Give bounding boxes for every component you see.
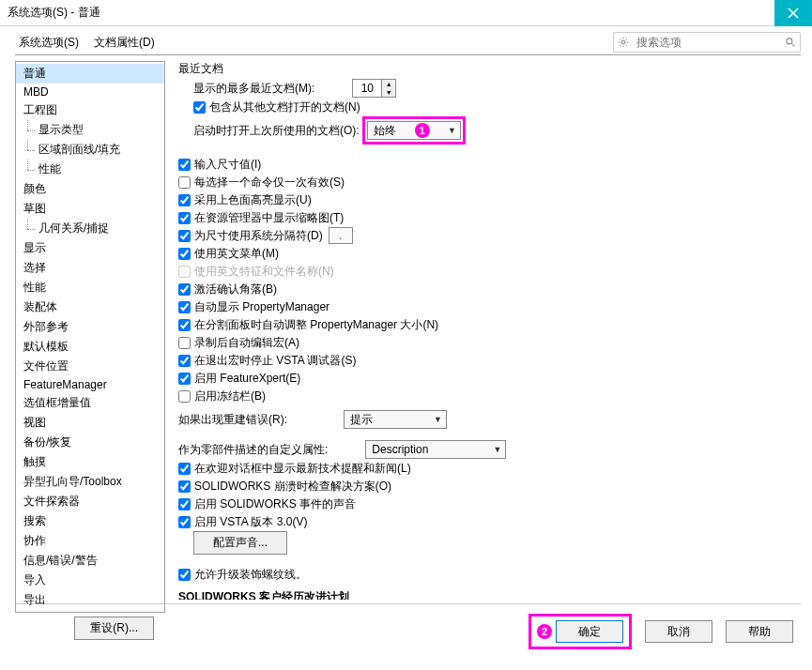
max-recent-spinner[interactable]: ▲▼ [352,79,396,98]
welcome-news-check[interactable]: 在欢迎对话框中显示最新技术提醒和新闻(L) [178,461,411,477]
sidebar-item-10[interactable]: 选择 [16,258,164,278]
vsta3-check[interactable]: 启用 VSTA 版本 3.0(V) [178,514,307,530]
rebuild-error-label: 如果出现重建错误(R): [178,412,287,428]
options-tree[interactable]: 普通MBD工程图显示类型区域剖面线/填充性能颜色草图几何关系/捕捉显示选择性能装… [15,61,165,613]
sidebar-item-0[interactable]: 普通 [16,64,164,84]
tab-bar: 系统选项(S) 文档属性(D) [15,31,159,54]
input-dim-check[interactable]: 输入尺寸值(I) [178,157,261,173]
sidebar-item-7[interactable]: 草图 [16,199,164,219]
search-icon [785,35,796,50]
freeze-bar-check[interactable]: 启用冻结栏(B) [178,388,266,404]
english-feat-check: 使用英文特征和文件名称(N) [178,264,334,280]
svg-point-0 [621,40,625,44]
open-last-combo[interactable]: 始终 1 ▼ [367,121,461,140]
window-title: 系统选项(S) - 普通 [8,5,100,21]
sidebar-item-9[interactable]: 显示 [16,238,164,258]
allow-cosmetic-check[interactable]: 允许升级装饰螺纹线。 [178,567,307,583]
sidebar-item-1[interactable]: MBD [16,84,164,100]
auto-pm-check[interactable]: 自动显示 PropertyManager [178,299,329,315]
max-recent-input[interactable] [353,80,381,97]
help-button[interactable]: 帮助 [726,620,793,643]
sidebar-item-8[interactable]: 几何关系/捕捉 [16,219,164,238]
highlight-2: 2 确定 [529,614,632,649]
tab-system-options[interactable]: 系统选项(S) [15,31,83,54]
sidebar-item-25[interactable]: 信息/错误/警告 [16,551,164,571]
options-panel: 最近文档 显示的最多最近文档(M): ▲▼ 包含从其他文档打开的文档(N) 启动… [175,61,801,600]
sidebar-item-19[interactable]: 备份/恢复 [16,433,164,452]
auto-pm-size-check[interactable]: 在分割面板时自动调整 PropertyManager 大小(N) [178,317,438,333]
custom-prop-combo[interactable]: Description ▼ [365,440,506,459]
marker-1: 1 [415,123,430,138]
sidebar-item-15[interactable]: 文件位置 [16,357,164,376]
include-other-docs-check[interactable]: 包含从其他文档打开的文档(N) [193,99,360,115]
system-sep-check[interactable]: 为尺寸使用系统分隔符(D) [178,228,323,244]
open-last-label: 启动时打开上次所使用的文档(O): [193,123,360,139]
close-icon [788,8,799,19]
sidebar-item-2[interactable]: 工程图 [16,100,164,120]
sidebar-item-16[interactable]: FeatureManager [16,376,164,393]
marker-2: 2 [537,624,552,639]
shaded-highlight-check[interactable]: 采用上色面高亮显示(U) [178,192,312,208]
reset-button[interactable]: 重设(R)... [74,617,154,640]
sidebar-item-18[interactable]: 视图 [16,413,164,433]
sidebar-item-20[interactable]: 触摸 [16,452,164,472]
svg-point-1 [787,38,792,44]
gear-icon [618,35,629,50]
spinner-up[interactable]: ▲ [382,80,395,88]
highlight-1: 始终 1 ▼ [362,116,466,145]
ok-button[interactable]: 确定 [556,620,623,643]
single-cmd-check[interactable]: 每选择一个命令仅一次有效(S) [178,175,345,190]
sw-crash-check[interactable]: SOLIDWORKS 崩溃时检查解决方案(O) [178,479,391,495]
rebuild-error-combo[interactable]: 提示 ▼ [344,410,447,429]
max-recent-label: 显示的最多最近文档(M): [193,81,314,97]
sidebar-item-23[interactable]: 搜索 [16,511,164,531]
sidebar-item-26[interactable]: 导入 [16,571,164,590]
sw-sounds-check[interactable]: 启用 SOLIDWORKS 事件的声音 [178,496,356,512]
sidebar-item-11[interactable]: 性能 [16,278,164,297]
cep-title: SOLIDWORKS 客户经历改进计划 [178,588,797,600]
sidebar-item-24[interactable]: 协作 [16,531,164,551]
auto-edit-macro-check[interactable]: 录制后自动编辑宏(A) [178,335,299,351]
sidebar-item-21[interactable]: 异型孔向导/Toolbox [16,472,164,492]
explorer-thumbs-check[interactable]: 在资源管理器中显示缩略图(T) [178,210,344,226]
sidebar-item-4[interactable]: 区域剖面线/填充 [16,140,164,160]
sidebar-item-22[interactable]: 文件探索器 [16,492,164,511]
cancel-button[interactable]: 取消 [645,620,712,643]
sidebar-item-5[interactable]: 性能 [16,160,164,179]
recent-docs-group: 最近文档 [178,61,797,77]
tab-document-properties[interactable]: 文档属性(D) [90,31,159,54]
sidebar-item-14[interactable]: 默认模板 [16,337,164,357]
close-button[interactable] [774,0,812,26]
chevron-down-icon: ▼ [434,415,442,424]
search-options[interactable] [613,32,801,53]
stop-vsta-check[interactable]: 在退出宏时停止 VSTA 调试器(S) [178,353,356,369]
confirm-corner-check[interactable]: 激活确认角落(B) [178,282,277,297]
separator-field[interactable] [329,227,353,244]
custom-prop-label: 作为零部件描述的自定义属性: [178,442,328,458]
enable-fx-check[interactable]: 启用 FeatureXpert(E) [178,371,300,387]
search-input[interactable] [633,36,781,49]
config-sound-button[interactable]: 配置声音... [193,531,287,555]
chevron-down-icon: ▼ [493,445,501,454]
chevron-down-icon: ▼ [448,126,456,135]
sidebar-item-3[interactable]: 显示类型 [16,120,164,140]
sidebar-item-13[interactable]: 外部参考 [16,317,164,337]
sidebar-item-27[interactable]: 导出 [16,590,164,610]
sidebar-item-17[interactable]: 选值框增量值 [16,393,164,413]
sidebar-item-6[interactable]: 颜色 [16,179,164,199]
english-menu-check[interactable]: 使用英文菜单(M) [178,246,279,262]
spinner-down[interactable]: ▼ [382,88,395,97]
sidebar-item-12[interactable]: 装配体 [16,297,164,317]
